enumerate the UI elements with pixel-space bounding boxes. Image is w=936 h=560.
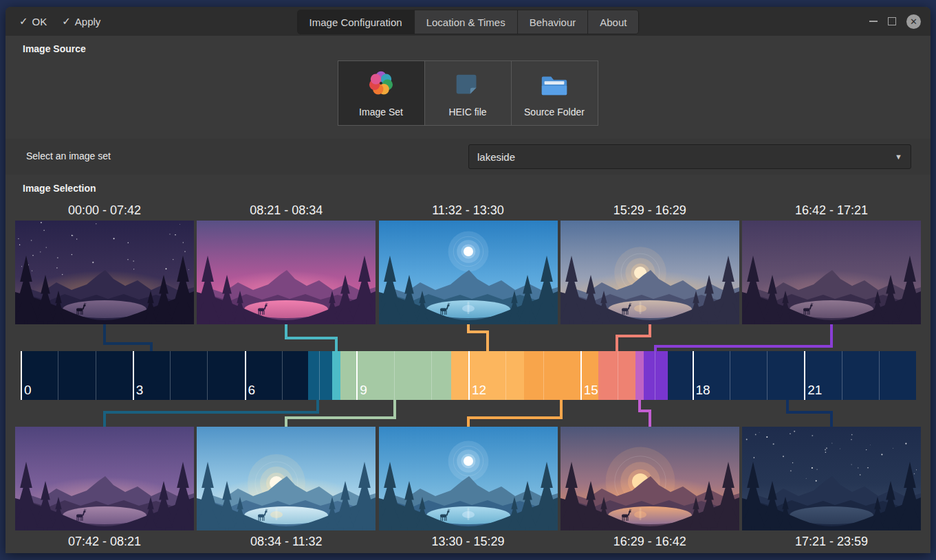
desktop-background: ✓ OK ✓ Apply Image ConfigurationLocation… xyxy=(0,0,936,560)
timeline-segment xyxy=(332,351,340,400)
lakeside-scene xyxy=(15,427,194,530)
heic-file-icon xyxy=(452,69,483,100)
wallpaper-thumbnail-top-4[interactable] xyxy=(560,221,739,324)
timeline-minor-tick xyxy=(282,351,283,400)
time-range-label: 11:32 - 13:30 xyxy=(379,203,558,218)
timeline-major-tick xyxy=(580,351,582,400)
timeline-connector-line xyxy=(655,324,831,351)
time-range-label: 07:42 - 08:21 xyxy=(15,534,194,549)
lakeside-scene xyxy=(742,221,921,324)
time-range-label: 15:29 - 16:29 xyxy=(560,203,739,218)
timeline-minor-tick xyxy=(543,351,544,400)
wallpaper-thumbnail-top-5[interactable] xyxy=(742,221,921,324)
time-range-label: 16:42 - 17:21 xyxy=(742,203,921,218)
wallpaper-thumbnail-top-2[interactable] xyxy=(197,221,376,324)
timeline-minor-tick xyxy=(96,351,96,400)
time-range-label: 16:29 - 16:42 xyxy=(560,534,739,549)
maximize-icon[interactable] xyxy=(888,17,896,25)
timeline-connector-line xyxy=(617,324,650,351)
timeline-connector-line xyxy=(105,400,318,427)
timeline-major-tick xyxy=(245,351,246,400)
check-icon: ✓ xyxy=(62,15,71,27)
minimize-icon[interactable] xyxy=(869,21,878,22)
wallpaper-thumbnail-top-1[interactable] xyxy=(15,221,194,324)
lakeside-scene xyxy=(379,221,558,324)
image-set-icon xyxy=(365,69,397,100)
tab-image-configuration[interactable]: Image Configuration xyxy=(298,10,415,34)
timeline: 036912151821 xyxy=(21,351,916,400)
timeline-hour-label: 0 xyxy=(24,383,32,398)
timeline-minor-tick xyxy=(58,351,58,400)
timeline-hour-label: 12 xyxy=(472,383,486,398)
source-option-label: HEIC file xyxy=(448,107,486,117)
apply-button-label: Apply xyxy=(75,16,101,27)
wallpaper-thumbnail-bottom-4[interactable] xyxy=(560,427,739,530)
timeline-hour-label: 9 xyxy=(360,383,367,398)
check-icon: ✓ xyxy=(19,15,28,27)
timeline-major-tick xyxy=(804,351,805,400)
ok-button[interactable]: ✓ OK xyxy=(15,11,51,32)
timeline-segment xyxy=(598,351,635,400)
lakeside-scene xyxy=(197,221,376,324)
timeline-hour-label: 3 xyxy=(136,383,144,398)
chevron-down-icon: ▼ xyxy=(895,153,902,161)
tab-behaviour[interactable]: Behaviour xyxy=(518,10,589,34)
image-set-combobox[interactable]: lakeside ▼ xyxy=(468,144,911,169)
tab-about[interactable]: About xyxy=(588,10,638,34)
wallpaper-thumbnail-bottom-5[interactable] xyxy=(742,427,921,530)
wallpaper-thumbnail-bottom-1[interactable] xyxy=(15,427,194,530)
timeline-hour-label: 18 xyxy=(696,383,710,398)
source-option-source-folder[interactable]: Source Folder xyxy=(511,60,598,126)
select-image-set-label: Select an image set xyxy=(26,150,111,161)
source-option-label: Image Set xyxy=(359,107,403,117)
lakeside-scene xyxy=(379,427,558,530)
image-selection-section-label: Image Selection xyxy=(23,183,96,194)
apply-button[interactable]: ✓ Apply xyxy=(58,11,105,32)
timeline-minor-tick xyxy=(879,351,880,400)
window-controls: ✕ xyxy=(869,14,930,29)
timeline-minor-tick xyxy=(431,351,432,400)
timeline-connector-line xyxy=(286,400,395,427)
image-set-select-row: Select an image set lakeside ▼ xyxy=(6,139,930,175)
timeline-minor-tick xyxy=(207,351,208,400)
timeline-minor-tick xyxy=(767,351,768,400)
source-option-label: Source Folder xyxy=(524,107,585,117)
timeline-connector-line xyxy=(640,400,650,427)
wallpaper-thumbnail-top-3[interactable] xyxy=(379,221,558,324)
wallpaper-thumbnail-bottom-2[interactable] xyxy=(197,427,376,530)
source-option-heic-file[interactable]: HEIC file xyxy=(424,60,512,126)
app-window: ✓ OK ✓ Apply Image ConfigurationLocation… xyxy=(6,7,930,553)
image-configuration-page: Image Source Image Set HEIC file xyxy=(6,36,930,553)
timeline-minor-tick xyxy=(170,351,171,400)
timeline-connector-line xyxy=(468,400,562,427)
wallpaper-thumbnail-bottom-3[interactable] xyxy=(379,427,558,530)
timeline-connector-line xyxy=(286,324,336,351)
time-range-label: 13:30 - 15:29 xyxy=(379,534,558,549)
timeline-minor-tick xyxy=(842,351,842,400)
timeline-hour-label: 15 xyxy=(584,383,598,398)
source-folder-icon xyxy=(538,69,570,100)
headerbar-actions: ✓ OK ✓ Apply xyxy=(6,11,105,32)
source-option-image-set[interactable]: Image Set xyxy=(338,60,425,126)
lakeside-scene xyxy=(742,427,921,530)
headerbar: ✓ OK ✓ Apply Image ConfigurationLocation… xyxy=(6,7,930,36)
timeline-connector-line xyxy=(787,400,831,427)
timeline-major-tick xyxy=(356,351,358,400)
time-range-label: 17:21 - 23:59 xyxy=(742,534,921,549)
source-type-group: Image Set HEIC file Source Folder xyxy=(338,60,598,126)
close-icon[interactable]: ✕ xyxy=(906,14,921,29)
timeline-major-tick xyxy=(468,351,470,400)
time-range-label: 00:00 - 07:42 xyxy=(15,203,194,218)
image-source-section-label: Image Source xyxy=(23,43,86,54)
timeline-minor-tick xyxy=(730,351,730,400)
timeline-segment xyxy=(644,351,668,400)
timeline-minor-tick xyxy=(655,351,655,400)
timeline-major-tick xyxy=(21,351,22,400)
tab-location-times[interactable]: Location & Times xyxy=(415,10,518,34)
timeline-minor-tick xyxy=(394,351,395,400)
timeline-segment xyxy=(451,351,525,400)
image-set-combobox-value: lakeside xyxy=(477,151,515,163)
lakeside-scene xyxy=(197,427,376,530)
time-range-label: 08:34 - 11:32 xyxy=(197,534,376,549)
timeline-connector-line xyxy=(105,324,151,351)
